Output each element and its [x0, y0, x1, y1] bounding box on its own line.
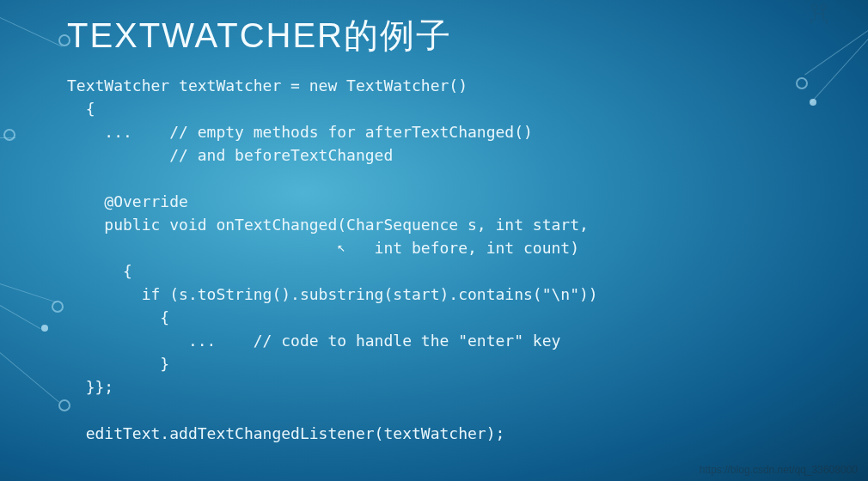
watermark-logo-icon: [804, 2, 856, 33]
decoration-circle: [796, 77, 808, 89]
decoration-dot: [41, 325, 48, 332]
decoration-line: [0, 137, 15, 138]
decoration-circle: [52, 301, 64, 313]
decoration-circle: [3, 129, 15, 141]
svg-point-1: [821, 4, 826, 9]
decoration-line: [0, 17, 63, 47]
slide: TEXTWATCHER的例子 TextWatcher textWatcher =…: [0, 0, 868, 481]
decoration-line: [804, 30, 868, 75]
decoration-line: [0, 283, 58, 303]
svg-point-0: [812, 4, 817, 9]
code-block: TextWatcher textWatcher = new TextWatche…: [67, 74, 598, 445]
decoration-line: [810, 39, 868, 103]
watermark-url: https://blog.csdn.net/qq_33608000: [700, 464, 858, 476]
mouse-cursor-icon: ↖: [337, 242, 345, 254]
decoration-dot: [810, 99, 816, 106]
decoration-line: [0, 352, 59, 403]
decoration-line: [0, 305, 41, 329]
slide-title: TEXTWATCHER的例子: [67, 12, 452, 59]
